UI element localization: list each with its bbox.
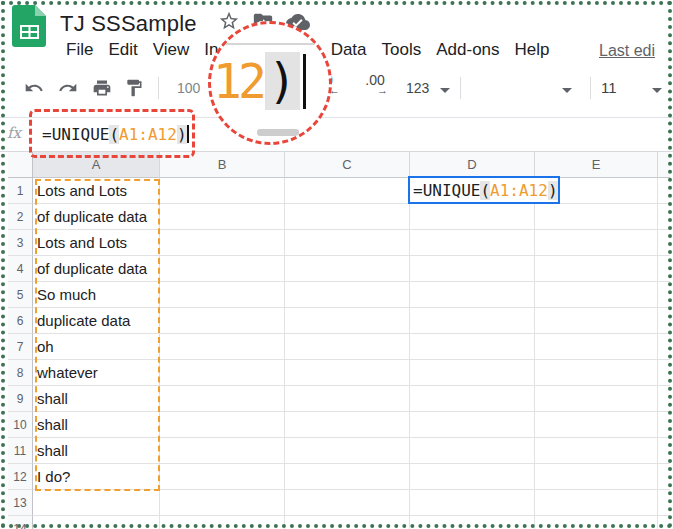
cell-A1[interactable]: Lots and Lots [33,178,160,204]
cell-B3[interactable] [160,230,285,256]
cell-C14[interactable] [285,516,410,529]
cell-E7[interactable] [535,334,658,360]
cell-B1[interactable] [160,178,285,204]
print-button[interactable] [92,78,112,98]
more-formats-button[interactable]: 123 [406,80,429,96]
cell-D6[interactable] [410,308,535,334]
cell-C13[interactable] [285,490,410,516]
cell-A6[interactable]: duplicate data [33,308,160,334]
cell-E9[interactable] [535,386,658,412]
cell-E14[interactable] [535,516,658,529]
row-header-1[interactable]: 1 [8,178,33,204]
column-header-D[interactable]: D [410,152,535,178]
cell-D13[interactable] [410,490,535,516]
cell-A2[interactable]: of duplicate data [33,204,160,230]
last-edit-link[interactable]: Last edi [599,42,667,60]
cell-E6[interactable] [535,308,658,334]
cell-D8[interactable] [410,360,535,386]
cell-D12[interactable] [410,464,535,490]
star-icon[interactable] [218,10,240,32]
cell-D4[interactable] [410,256,535,282]
cell-E3[interactable] [535,230,658,256]
font-family-caret-icon[interactable] [562,88,572,93]
cell-E11[interactable] [535,438,658,464]
row-header-12[interactable]: 12 [8,464,33,490]
cell-E10[interactable] [535,412,658,438]
cell-B13[interactable] [160,490,285,516]
select-all-corner[interactable] [8,152,33,178]
cell-E13[interactable] [535,490,658,516]
cell-A12[interactable]: I do? [33,464,160,490]
column-header-A[interactable]: A [33,152,160,178]
menu-item-add-ons[interactable]: Add-ons [436,40,499,60]
redo-button[interactable] [58,78,78,98]
paint-format-button[interactable] [124,78,144,98]
cell-B5[interactable] [160,282,285,308]
cell-B7[interactable] [160,334,285,360]
font-size-caret-icon[interactable] [652,88,662,93]
row-header-7[interactable]: 7 [8,334,33,360]
cell-B11[interactable] [160,438,285,464]
row-header-9[interactable]: 9 [8,386,33,412]
cell-D9[interactable] [410,386,535,412]
row-header-2[interactable]: 2 [8,204,33,230]
cell-C5[interactable] [285,282,410,308]
more-formats-caret-icon[interactable] [440,88,450,93]
menu-item-help[interactable]: Help [515,40,550,60]
cell-C10[interactable] [285,412,410,438]
cell-D3[interactable] [410,230,535,256]
cell-A13[interactable] [33,490,160,516]
undo-button[interactable] [24,78,44,98]
menu-item-edit[interactable]: Edit [108,40,137,60]
cell-B12[interactable] [160,464,285,490]
cell-A10[interactable]: shall [33,412,160,438]
cell-E5[interactable] [535,282,658,308]
cell-C11[interactable] [285,438,410,464]
zoom-control[interactable]: 100 [177,80,200,96]
menu-item-view[interactable]: View [153,40,190,60]
column-header-E[interactable]: E [535,152,658,178]
cell-C12[interactable] [285,464,410,490]
cell-A8[interactable]: whatever [33,360,160,386]
formula-input[interactable]: =UNIQUE(A1:A12) [42,125,189,144]
cell-A7[interactable]: oh [33,334,160,360]
menu-item-file[interactable]: File [66,40,93,60]
font-size-value[interactable]: 11 [601,79,617,96]
cell-C4[interactable] [285,256,410,282]
cell-D10[interactable] [410,412,535,438]
cell-C7[interactable] [285,334,410,360]
row-header-14[interactable]: 14 [8,516,33,529]
cell-A5[interactable]: So much [33,282,160,308]
active-cell-editor[interactable]: =UNIQUE(A1:A12) [408,176,560,204]
menu-item-data[interactable]: Data [331,40,367,60]
row-header-13[interactable]: 13 [8,490,33,516]
cell-B9[interactable] [160,386,285,412]
cell-A3[interactable]: Lots and Lots [33,230,160,256]
row-header-4[interactable]: 4 [8,256,33,282]
row-header-8[interactable]: 8 [8,360,33,386]
cell-C8[interactable] [285,360,410,386]
cell-D11[interactable] [410,438,535,464]
column-header-C[interactable]: C [285,152,410,178]
cell-D7[interactable] [410,334,535,360]
cell-B10[interactable] [160,412,285,438]
row-header-11[interactable]: 11 [8,438,33,464]
cell-D2[interactable] [410,204,535,230]
cell-C6[interactable] [285,308,410,334]
increase-decimal-button[interactable]: .00 → [362,74,388,95]
cell-C3[interactable] [285,230,410,256]
cell-B14[interactable] [160,516,285,529]
cell-D5[interactable] [410,282,535,308]
column-header-B[interactable]: B [160,152,285,178]
cell-A11[interactable]: shall [33,438,160,464]
cell-E12[interactable] [535,464,658,490]
cell-B8[interactable] [160,360,285,386]
cell-B4[interactable] [160,256,285,282]
row-header-3[interactable]: 3 [8,230,33,256]
document-title[interactable]: TJ SSSample [60,11,197,37]
cell-A14[interactable] [33,516,160,529]
cell-A4[interactable]: of duplicate data [33,256,160,282]
cell-C1[interactable] [285,178,410,204]
menu-item-tools[interactable]: Tools [382,40,422,60]
cell-D14[interactable] [410,516,535,529]
